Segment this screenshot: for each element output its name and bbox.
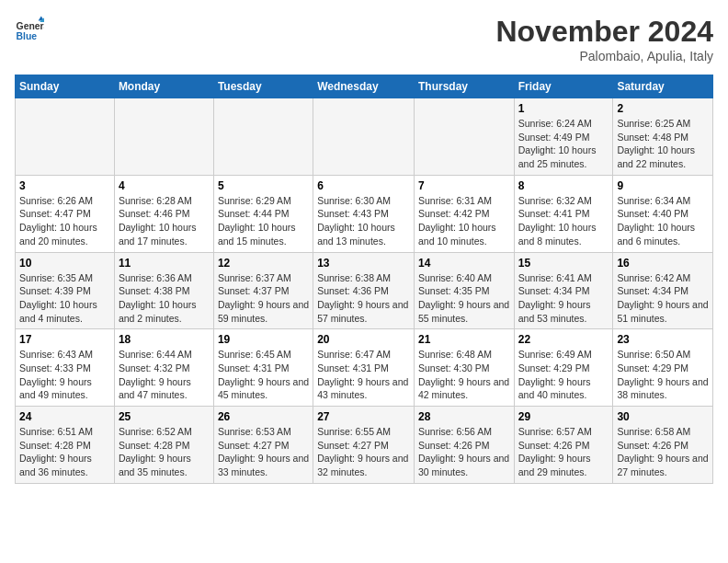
day-number: 15 <box>518 257 609 270</box>
day-info: Sunrise: 6:40 AM Sunset: 4:35 PM Dayligh… <box>418 271 510 326</box>
calendar-cell <box>414 98 514 176</box>
calendar-cell: 12Sunrise: 6:37 AM Sunset: 4:37 PM Dayli… <box>213 252 313 329</box>
header-sunday: Sunday <box>16 75 115 98</box>
day-info: Sunrise: 6:51 AM Sunset: 4:28 PM Dayligh… <box>19 425 110 479</box>
calendar-body: 1Sunrise: 6:24 AM Sunset: 4:49 PM Daylig… <box>16 98 713 484</box>
day-info: Sunrise: 6:31 AM Sunset: 4:42 PM Dayligh… <box>418 194 510 248</box>
calendar-cell: 21Sunrise: 6:48 AM Sunset: 4:30 PM Dayli… <box>414 329 514 407</box>
day-number: 14 <box>418 257 510 270</box>
day-info: Sunrise: 6:30 AM Sunset: 4:43 PM Dayligh… <box>317 194 410 248</box>
header-wednesday: Wednesday <box>313 75 415 98</box>
calendar-row-4: 24Sunrise: 6:51 AM Sunset: 4:28 PM Dayli… <box>16 407 713 484</box>
header-friday: Friday <box>514 75 613 98</box>
calendar-cell: 4Sunrise: 6:28 AM Sunset: 4:46 PM Daylig… <box>114 175 213 252</box>
calendar-cell: 22Sunrise: 6:49 AM Sunset: 4:29 PM Dayli… <box>514 329 613 407</box>
day-info: Sunrise: 6:36 AM Sunset: 4:38 PM Dayligh… <box>119 271 210 326</box>
day-info: Sunrise: 6:45 AM Sunset: 4:31 PM Dayligh… <box>218 348 309 402</box>
day-number: 8 <box>518 179 609 192</box>
calendar-cell: 23Sunrise: 6:50 AM Sunset: 4:29 PM Dayli… <box>613 329 713 407</box>
day-number: 11 <box>119 257 210 270</box>
day-number: 1 <box>518 102 609 115</box>
day-number: 7 <box>418 179 510 192</box>
calendar-cell: 28Sunrise: 6:56 AM Sunset: 4:26 PM Dayli… <box>414 407 514 484</box>
calendar-row-2: 10Sunrise: 6:35 AM Sunset: 4:39 PM Dayli… <box>16 252 713 329</box>
day-info: Sunrise: 6:35 AM Sunset: 4:39 PM Dayligh… <box>19 271 110 326</box>
logo: General Blue <box>15 15 44 44</box>
day-number: 29 <box>518 410 609 423</box>
day-info: Sunrise: 6:52 AM Sunset: 4:28 PM Dayligh… <box>119 425 210 479</box>
day-number: 12 <box>218 257 309 270</box>
calendar-cell: 24Sunrise: 6:51 AM Sunset: 4:28 PM Dayli… <box>16 407 115 484</box>
day-info: Sunrise: 6:26 AM Sunset: 4:47 PM Dayligh… <box>19 194 110 248</box>
day-info: Sunrise: 6:57 AM Sunset: 4:26 PM Dayligh… <box>518 425 609 479</box>
header-saturday: Saturday <box>613 75 713 98</box>
day-info: Sunrise: 6:43 AM Sunset: 4:33 PM Dayligh… <box>19 348 110 402</box>
calendar-cell: 30Sunrise: 6:58 AM Sunset: 4:26 PM Dayli… <box>613 407 713 484</box>
location-subtitle: Palombaio, Apulia, Italy <box>495 49 713 63</box>
day-info: Sunrise: 6:28 AM Sunset: 4:46 PM Dayligh… <box>119 194 210 248</box>
month-title: November 2024 <box>495 15 713 49</box>
day-info: Sunrise: 6:47 AM Sunset: 4:31 PM Dayligh… <box>317 348 410 402</box>
day-number: 13 <box>317 257 410 270</box>
day-number: 6 <box>317 179 410 192</box>
day-number: 9 <box>617 179 709 192</box>
calendar-cell: 16Sunrise: 6:42 AM Sunset: 4:34 PM Dayli… <box>613 252 713 329</box>
calendar-cell: 5Sunrise: 6:29 AM Sunset: 4:44 PM Daylig… <box>213 175 313 252</box>
calendar-cell: 11Sunrise: 6:36 AM Sunset: 4:38 PM Dayli… <box>114 252 213 329</box>
day-info: Sunrise: 6:25 AM Sunset: 4:48 PM Dayligh… <box>617 117 709 171</box>
day-info: Sunrise: 6:41 AM Sunset: 4:34 PM Dayligh… <box>518 271 609 326</box>
day-number: 5 <box>218 179 309 192</box>
day-number: 22 <box>518 333 609 346</box>
day-number: 16 <box>617 257 709 270</box>
calendar-cell: 9Sunrise: 6:34 AM Sunset: 4:40 PM Daylig… <box>613 175 713 252</box>
calendar-cell: 29Sunrise: 6:57 AM Sunset: 4:26 PM Dayli… <box>514 407 613 484</box>
day-number: 28 <box>418 410 510 423</box>
calendar-cell: 25Sunrise: 6:52 AM Sunset: 4:28 PM Dayli… <box>114 407 213 484</box>
header-thursday: Thursday <box>414 75 514 98</box>
day-info: Sunrise: 6:29 AM Sunset: 4:44 PM Dayligh… <box>218 194 309 248</box>
day-info: Sunrise: 6:42 AM Sunset: 4:34 PM Dayligh… <box>617 271 709 326</box>
day-info: Sunrise: 6:34 AM Sunset: 4:40 PM Dayligh… <box>617 194 709 248</box>
header-tuesday: Tuesday <box>213 75 313 98</box>
header-row: SundayMondayTuesdayWednesdayThursdayFrid… <box>16 75 713 98</box>
calendar-header: SundayMondayTuesdayWednesdayThursdayFrid… <box>16 75 713 98</box>
day-number: 18 <box>119 333 210 346</box>
day-info: Sunrise: 6:37 AM Sunset: 4:37 PM Dayligh… <box>218 271 309 326</box>
day-number: 23 <box>617 333 709 346</box>
calendar-cell: 8Sunrise: 6:32 AM Sunset: 4:41 PM Daylig… <box>514 175 613 252</box>
calendar-cell: 15Sunrise: 6:41 AM Sunset: 4:34 PM Dayli… <box>514 252 613 329</box>
calendar-row-0: 1Sunrise: 6:24 AM Sunset: 4:49 PM Daylig… <box>16 98 713 176</box>
calendar-cell: 10Sunrise: 6:35 AM Sunset: 4:39 PM Dayli… <box>16 252 115 329</box>
day-number: 25 <box>119 410 210 423</box>
title-block: November 2024 Palombaio, Apulia, Italy <box>495 15 713 63</box>
calendar-cell: 2Sunrise: 6:25 AM Sunset: 4:48 PM Daylig… <box>613 98 713 176</box>
header-monday: Monday <box>114 75 213 98</box>
day-number: 4 <box>119 179 210 192</box>
calendar-cell <box>16 98 115 176</box>
day-info: Sunrise: 6:58 AM Sunset: 4:26 PM Dayligh… <box>617 425 709 479</box>
day-info: Sunrise: 6:38 AM Sunset: 4:36 PM Dayligh… <box>317 271 410 326</box>
calendar-cell: 18Sunrise: 6:44 AM Sunset: 4:32 PM Dayli… <box>114 329 213 407</box>
calendar-cell: 19Sunrise: 6:45 AM Sunset: 4:31 PM Dayli… <box>213 329 313 407</box>
calendar-cell: 1Sunrise: 6:24 AM Sunset: 4:49 PM Daylig… <box>514 98 613 176</box>
calendar-cell: 27Sunrise: 6:55 AM Sunset: 4:27 PM Dayli… <box>313 407 415 484</box>
day-number: 24 <box>19 410 110 423</box>
calendar-row-1: 3Sunrise: 6:26 AM Sunset: 4:47 PM Daylig… <box>16 175 713 252</box>
day-number: 20 <box>317 333 410 346</box>
day-number: 26 <box>218 410 309 423</box>
day-number: 17 <box>19 333 110 346</box>
logo-icon: General Blue <box>15 15 44 44</box>
calendar-table: SundayMondayTuesdayWednesdayThursdayFrid… <box>15 75 713 484</box>
calendar-cell: 3Sunrise: 6:26 AM Sunset: 4:47 PM Daylig… <box>16 175 115 252</box>
calendar-cell <box>313 98 415 176</box>
svg-text:Blue: Blue <box>17 31 38 41</box>
calendar-row-3: 17Sunrise: 6:43 AM Sunset: 4:33 PM Dayli… <box>16 329 713 407</box>
page-header: General Blue November 2024 Palombaio, Ap… <box>15 15 713 63</box>
calendar-cell: 7Sunrise: 6:31 AM Sunset: 4:42 PM Daylig… <box>414 175 514 252</box>
day-info: Sunrise: 6:24 AM Sunset: 4:49 PM Dayligh… <box>518 117 609 171</box>
day-number: 3 <box>19 179 110 192</box>
day-info: Sunrise: 6:49 AM Sunset: 4:29 PM Dayligh… <box>518 348 609 402</box>
day-info: Sunrise: 6:44 AM Sunset: 4:32 PM Dayligh… <box>119 348 210 402</box>
day-number: 21 <box>418 333 510 346</box>
calendar-cell <box>114 98 213 176</box>
